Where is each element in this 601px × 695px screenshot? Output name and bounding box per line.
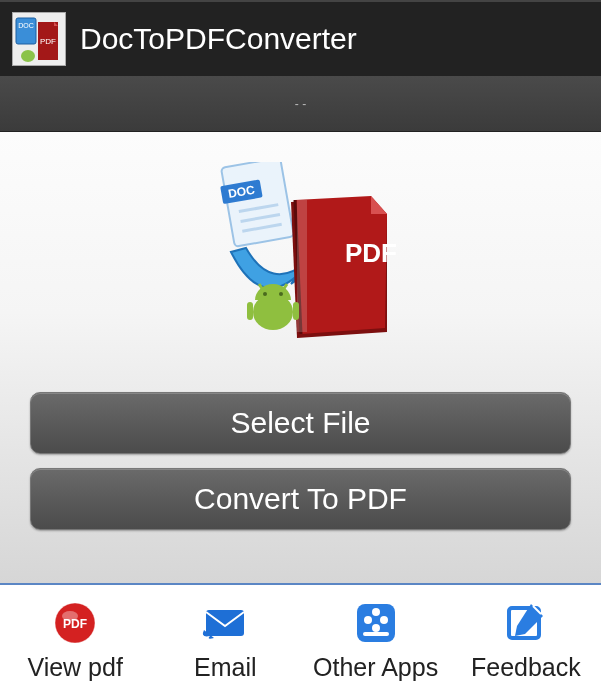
svg-point-3 — [21, 50, 35, 62]
bottom-nav: PDF View pdf Email — [0, 583, 601, 695]
email-icon — [198, 599, 252, 647]
work-area: DOC PDF — [0, 132, 601, 583]
pdf-icon: PDF — [48, 599, 102, 647]
svg-point-24 — [380, 616, 388, 624]
svg-rect-4 — [221, 162, 294, 247]
nav-view-pdf-label: View pdf — [27, 653, 122, 682]
svg-rect-27 — [363, 632, 389, 636]
apps-icon — [349, 599, 403, 647]
hero-illustration: DOC PDF — [191, 132, 411, 392]
nav-email-label: Email — [194, 653, 257, 682]
svg-point-11 — [263, 292, 267, 296]
svg-text:DOC: DOC — [18, 22, 34, 29]
svg-point-26 — [372, 624, 380, 632]
nav-other-apps[interactable]: Other Apps — [301, 585, 451, 695]
nav-feedback[interactable]: Feedback — [451, 585, 601, 695]
svg-rect-16 — [293, 302, 299, 320]
title-bar: DOC PDF DocToPDFConverter — [0, 0, 601, 76]
svg-point-25 — [372, 608, 380, 616]
svg-point-12 — [279, 292, 283, 296]
svg-rect-21 — [206, 610, 244, 636]
app-title: DocToPDFConverter — [80, 22, 357, 56]
svg-rect-15 — [247, 302, 253, 320]
app-icon: DOC PDF — [12, 12, 66, 66]
svg-point-23 — [364, 616, 372, 624]
svg-text:PDF: PDF — [40, 37, 56, 46]
nav-other-apps-label: Other Apps — [313, 653, 438, 682]
nav-feedback-label: Feedback — [471, 653, 581, 682]
pdf-badge-label: PDF — [345, 238, 397, 268]
nav-email[interactable]: Email — [150, 585, 300, 695]
svg-text:PDF: PDF — [63, 617, 87, 631]
convert-to-pdf-button[interactable]: Convert To PDF — [30, 468, 571, 530]
feedback-icon — [499, 599, 553, 647]
nav-view-pdf[interactable]: PDF View pdf — [0, 585, 150, 695]
select-file-button[interactable]: Select File — [30, 392, 571, 454]
select-file-label: Select File — [230, 406, 370, 440]
status-strip: - - — [0, 76, 601, 132]
status-text: - - — [295, 97, 306, 111]
convert-label: Convert To PDF — [194, 482, 407, 516]
